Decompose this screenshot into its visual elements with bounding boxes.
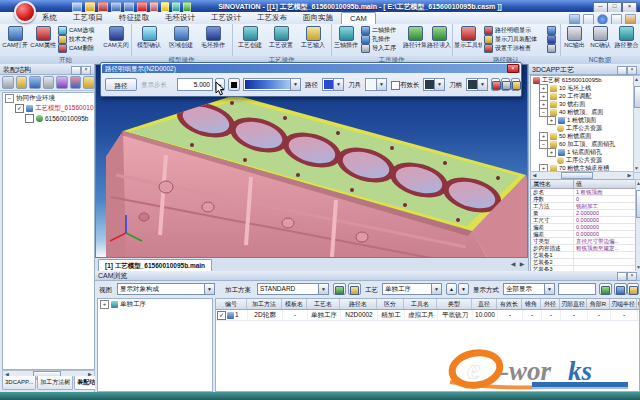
- process-input-button[interactable]: 工艺输入: [298, 25, 328, 55]
- delete-icon[interactable]: [137, 2, 147, 12]
- panel-pin-button[interactable]: [71, 66, 81, 75]
- checkbox-unchecked[interactable]: [25, 114, 34, 123]
- show-tool-assembly-button[interactable]: 显示刀具装配体: [484, 35, 544, 44]
- cam-close-button[interactable]: CAM关闭: [103, 25, 129, 55]
- capp-close-button[interactable]: ×: [627, 66, 637, 75]
- menu-process-design[interactable]: 工艺设计: [203, 12, 249, 24]
- tree-item-environment[interactable]: − 协同作业环境: [3, 93, 94, 103]
- property-row[interactable]: 工方法铣削加工: [531, 203, 635, 210]
- menu-system[interactable]: 系统: [34, 12, 65, 24]
- move-up-button[interactable]: ▲: [446, 283, 457, 295]
- holder-color-combo[interactable]: ▼: [466, 78, 488, 91]
- close-doc-icon[interactable]: [150, 2, 158, 12]
- tool-color-combo[interactable]: ▼: [365, 78, 387, 91]
- combo-arrow-icon[interactable]: ▼: [318, 284, 328, 294]
- property-row[interactable]: 序数0: [531, 196, 635, 203]
- cam-open-button[interactable]: CAM打开: [2, 25, 28, 55]
- process-combo[interactable]: 单独工序 ▼: [382, 283, 442, 295]
- combo-arrow-icon[interactable]: ▼: [333, 79, 343, 90]
- cam-close-button[interactable]: ×: [627, 272, 637, 281]
- property-row[interactable]: 偏差0.000000: [531, 224, 635, 231]
- tab-machining-method[interactable]: 加工方法树: [37, 376, 73, 390]
- property-row[interactable]: 偏差0.000000: [531, 231, 635, 238]
- table-row[interactable]: ✓ 1 2D轮廓 - 单独工序 N2D0002 精加工 虚拟工具 平底铣刀 10…: [216, 310, 639, 321]
- expander-icon[interactable]: +: [547, 116, 556, 125]
- scroll-down-icon[interactable]: ▼: [634, 165, 639, 172]
- add-node-icon[interactable]: [83, 76, 95, 89]
- export-up-button[interactable]: [627, 283, 639, 295]
- tab-scroll-right-icon[interactable]: ▶: [519, 261, 525, 268]
- menu-process-project[interactable]: 工艺项目: [65, 12, 111, 24]
- combo-arrow-icon[interactable]: ▼: [434, 79, 444, 90]
- viewport-tab[interactable]: [1] 工艺模型_61560010095b.main: [98, 259, 212, 271]
- path-merge-button[interactable]: 路径整合: [614, 25, 639, 55]
- pencil-icon[interactable]: [29, 76, 41, 89]
- display-mode-combo[interactable]: 全部显示 ▼: [503, 283, 555, 295]
- apply-button[interactable]: [511, 78, 520, 91]
- scroll-up-icon[interactable]: ▲: [636, 180, 640, 187]
- move-down-button[interactable]: ▼: [458, 283, 469, 295]
- scroll-left-icon[interactable]: ◀: [532, 172, 537, 179]
- process-setting-button[interactable]: 工艺设置: [266, 25, 296, 55]
- path-color-combo[interactable]: ▼: [322, 78, 344, 91]
- combo-arrow-icon[interactable]: ▼: [477, 79, 487, 90]
- marker-teal-icon[interactable]: [172, 2, 180, 12]
- save-icon[interactable]: [98, 2, 108, 12]
- tab-3dcapp[interactable]: 3DCAPP...: [2, 376, 36, 390]
- process-create-button[interactable]: 工艺创建: [235, 25, 265, 55]
- menu-feature-extract[interactable]: 特征提取: [111, 12, 157, 24]
- hole-operation-button[interactable]: 孔操作: [361, 35, 403, 44]
- measure-icon[interactable]: [43, 76, 55, 89]
- filter-input[interactable]: [558, 283, 596, 295]
- new-icon[interactable]: [72, 2, 82, 12]
- colorband-combo[interactable]: ▼: [243, 78, 301, 91]
- save-tree-icon[interactable]: [2, 76, 14, 89]
- property-row[interactable]: 步名1 粗铣顶面: [531, 189, 635, 196]
- menu-process-publish[interactable]: 工艺发布: [249, 12, 295, 24]
- panel-close-button[interactable]: ×: [81, 66, 91, 75]
- color-black-button[interactable]: [228, 78, 240, 91]
- checkbox-checked[interactable]: ✓: [15, 104, 24, 113]
- import-operation-button[interactable]: 导入工序: [361, 44, 403, 53]
- property-row[interactable]: 工尺寸0.000000: [531, 217, 635, 224]
- scroll-up-icon[interactable]: ▲: [634, 76, 639, 83]
- path-calc-button[interactable]: 路径计算: [403, 25, 427, 55]
- row-checkbox[interactable]: ✓: [217, 311, 226, 320]
- dialog-close-button[interactable]: ×: [507, 64, 519, 73]
- table-view-button[interactable]: [599, 283, 612, 295]
- property-row[interactable]: 寸类型直径尺寸带边偏...: [531, 238, 635, 245]
- menu-cam[interactable]: CAM: [341, 12, 376, 24]
- mini-button-1[interactable]: [547, 26, 557, 35]
- tree-item-part[interactable]: 61560010095b: [3, 113, 94, 123]
- menu-implementation[interactable]: 面向实施: [295, 12, 341, 24]
- interference-check-button[interactable]: 设置干涉检查: [484, 44, 544, 53]
- path-button[interactable]: 路径: [105, 78, 137, 91]
- hammer-icon[interactable]: [16, 76, 28, 89]
- property-row[interactable]: 量2.000000: [531, 210, 635, 217]
- undo-icon[interactable]: [111, 2, 121, 12]
- path-detail-button[interactable]: 路径明细显示: [484, 26, 544, 35]
- cam-options-button[interactable]: CAM选项: [58, 26, 102, 35]
- scroll-thumb[interactable]: [634, 86, 640, 108]
- blank-operation-button[interactable]: 毛坯操作: [198, 25, 228, 55]
- add-plan-button[interactable]: [333, 283, 346, 295]
- properties-vscrollbar[interactable]: ▲ ▼: [635, 179, 640, 272]
- list-item-single-process[interactable]: + 单独工序: [98, 299, 212, 309]
- two-axis-button[interactable]: 二轴操作: [361, 26, 403, 35]
- refresh-button[interactable]: [614, 283, 627, 295]
- scroll-right-icon[interactable]: ▶: [627, 172, 632, 179]
- marker-yellow-icon[interactable]: [161, 2, 169, 12]
- scroll-thumb[interactable]: [636, 190, 640, 218]
- tech-file-button[interactable]: 技术文件: [58, 35, 102, 44]
- scroll-thumb[interactable]: [561, 172, 593, 179]
- cam-delete-button[interactable]: CAM删除: [58, 44, 102, 53]
- combo-arrow-icon[interactable]: ▼: [290, 79, 300, 90]
- expander-icon[interactable]: −: [5, 94, 14, 103]
- step-input[interactable]: [177, 78, 213, 91]
- marker-green-icon[interactable]: [183, 2, 191, 12]
- combo-arrow-icon[interactable]: ▼: [376, 79, 386, 90]
- edit-disabled-button[interactable]: [501, 78, 510, 91]
- scroll-down-icon[interactable]: ▼: [636, 264, 640, 271]
- tab-scroll-left-icon[interactable]: ◀: [510, 261, 516, 268]
- show-toolpath-button[interactable]: 显示工具轨: [454, 25, 482, 55]
